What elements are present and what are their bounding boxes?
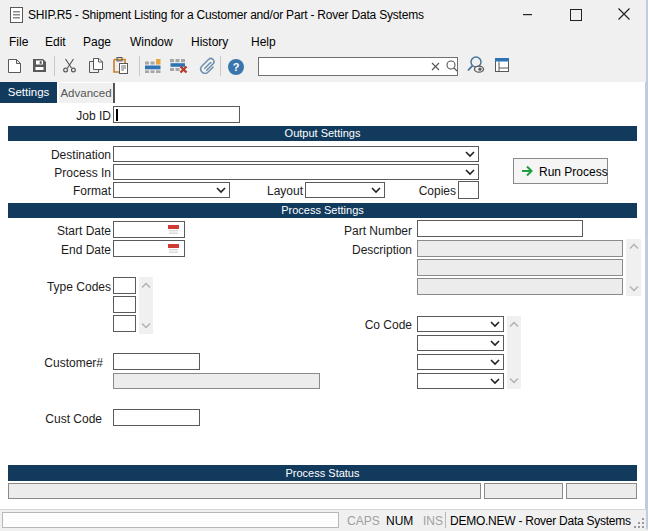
svg-text:?: ?	[233, 61, 240, 73]
